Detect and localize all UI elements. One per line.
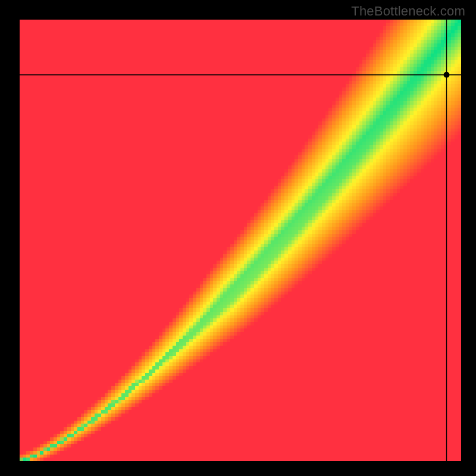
watermark-text: TheBottleneck.com — [351, 4, 465, 19]
heatmap-canvas — [0, 0, 476, 476]
chart-wrapper: TheBottleneck.com — [0, 0, 476, 476]
